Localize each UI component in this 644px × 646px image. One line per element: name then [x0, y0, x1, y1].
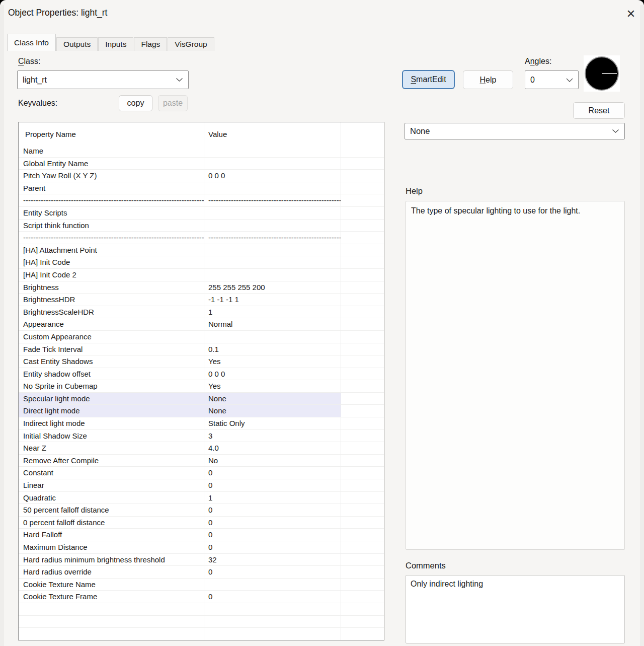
- table-cell-value: 255 255 255 200: [204, 281, 341, 294]
- table-row[interactable]: Constant0: [19, 467, 384, 479]
- copy-button[interactable]: copy: [119, 95, 152, 111]
- specular-mode-dropdown[interactable]: None: [405, 123, 625, 139]
- tab-class-info[interactable]: Class Info: [7, 34, 56, 51]
- table-cell-value: [204, 579, 341, 591]
- table-row[interactable]: Initial Shadow Size3: [19, 430, 384, 443]
- tab-inputs[interactable]: Inputs: [98, 37, 133, 51]
- table-cell-value: 0 0 0: [204, 368, 341, 380]
- angles-label: Angles:: [525, 57, 551, 66]
- table-cell-name: [19, 616, 204, 628]
- help-button[interactable]: Help: [463, 70, 513, 89]
- table-row[interactable]: Direct light modeNone: [19, 405, 384, 417]
- table-cell-extra: [341, 492, 384, 504]
- close-icon: ✕: [626, 8, 635, 21]
- table-cell-extra: [341, 145, 384, 157]
- table-row[interactable]: Parent: [19, 182, 384, 195]
- table-row[interactable]: [HA] Attachment Point: [19, 244, 384, 257]
- table-row[interactable]: Global Entity Name: [19, 158, 384, 170]
- table-row[interactable]: ----------------------------------------…: [19, 232, 384, 244]
- table-row[interactable]: Custom Appearance: [19, 331, 384, 343]
- table-row[interactable]: AppearanceNormal: [19, 318, 384, 331]
- table-cell-extra: [341, 566, 384, 578]
- table-cell-extra: [341, 170, 384, 182]
- table-row[interactable]: Brightness255 255 255 200: [19, 281, 384, 294]
- angles-dropdown[interactable]: 0: [525, 70, 579, 89]
- table-row[interactable]: No Sprite in CubemapYes: [19, 380, 384, 393]
- help-text-box: The type of specular lighting to use for…: [406, 201, 625, 550]
- table-row[interactable]: Fade Tick Interval0.1: [19, 343, 384, 356]
- table-cell-value: [204, 628, 341, 640]
- table-cell-value: 4.0: [204, 442, 341, 454]
- table-cell-name: Fade Tick Interval: [19, 343, 204, 355]
- table-row[interactable]: 0 percent falloff distance0: [19, 517, 384, 529]
- table-cell-extra: [341, 504, 384, 516]
- table-cell-name: Custom Appearance: [19, 331, 204, 343]
- class-label: Class:: [18, 57, 40, 66]
- tab-outputs[interactable]: Outputs: [56, 37, 98, 51]
- table-row[interactable]: Remove After CompileNo: [19, 455, 384, 467]
- table-row[interactable]: Hard radius minimum brightness threshold…: [19, 554, 384, 566]
- table-row[interactable]: Specular light modeNone: [19, 393, 384, 405]
- table-row[interactable]: [19, 628, 384, 640]
- table-row[interactable]: Hard radius override0: [19, 566, 384, 579]
- table-cell-value: [204, 603, 341, 615]
- table-cell-value: ----------------------------------------…: [204, 194, 341, 206]
- table-row[interactable]: Near Z4.0: [19, 442, 384, 455]
- table-cell-name: Specular light mode: [19, 393, 204, 405]
- table-row[interactable]: [19, 603, 384, 616]
- table-row[interactable]: Linear0: [19, 479, 384, 492]
- table-row[interactable]: [HA] Init Code 2: [19, 269, 384, 281]
- table-cell-name: Hard Falloff: [19, 529, 204, 541]
- table-row[interactable]: Cookie Texture Frame0: [19, 591, 384, 603]
- window-right-edge: [640, 5, 644, 646]
- table-cell-name: [HA] Init Code: [19, 256, 204, 268]
- table-cell-value: None: [204, 405, 341, 417]
- column-header-extra: [341, 122, 384, 145]
- close-button[interactable]: ✕: [623, 6, 639, 22]
- smartedit-button[interactable]: SmartEdit: [402, 70, 455, 89]
- table-cell-extra: [341, 517, 384, 529]
- window-left-edge: [0, 5, 4, 646]
- table-cell-extra: [341, 368, 384, 380]
- reset-button[interactable]: Reset: [573, 102, 625, 119]
- table-row[interactable]: Name: [19, 145, 384, 158]
- table-row[interactable]: Entity shadow offset0 0 0: [19, 368, 384, 381]
- table-cell-value: Normal: [204, 318, 341, 330]
- class-dropdown[interactable]: light_rt: [17, 70, 189, 89]
- table-cell-name: Appearance: [19, 318, 204, 330]
- table-cell-name: Remove After Compile: [19, 455, 204, 467]
- table-cell-extra: [341, 380, 384, 392]
- table-row[interactable]: Pitch Yaw Roll (X Y Z)0 0 0: [19, 170, 384, 182]
- table-row[interactable]: [19, 616, 384, 628]
- angle-dial-needle: [602, 73, 617, 74]
- table-row[interactable]: Indirect light modeStatic Only: [19, 417, 384, 430]
- table-row[interactable]: BrightnessHDR-1 -1 -1 1: [19, 294, 384, 306]
- table-row[interactable]: [HA] Init Code: [19, 256, 384, 269]
- table-row[interactable]: Hard Falloff0: [19, 529, 384, 541]
- table-row[interactable]: 50 percent falloff distance0: [19, 504, 384, 517]
- table-row[interactable]: BrightnessScaleHDR1: [19, 306, 384, 319]
- tab-bar: Class Info Outputs Inputs Flags VisGroup: [7, 33, 215, 51]
- paste-button[interactable]: paste: [158, 95, 188, 111]
- table-row[interactable]: Cast Entity ShadowsYes: [19, 355, 384, 368]
- table-row[interactable]: Quadratic1: [19, 492, 384, 505]
- table-row[interactable]: Maximum Distance0: [19, 541, 384, 554]
- table-cell-value: 1: [204, 306, 341, 318]
- tab-flags[interactable]: Flags: [134, 37, 167, 51]
- table-row[interactable]: ----------------------------------------…: [19, 194, 384, 207]
- angle-dial[interactable]: [584, 55, 620, 92]
- table-cell-value: -1 -1 -1 1: [204, 294, 341, 306]
- table-cell-value: [204, 145, 341, 157]
- tab-visgroup[interactable]: VisGroup: [168, 37, 214, 51]
- comments-textarea[interactable]: Only indirect lighting: [406, 575, 625, 643]
- table-cell-value: [204, 182, 341, 194]
- table-row[interactable]: Script think function: [19, 220, 384, 232]
- table-row[interactable]: Cookie Texture Name: [19, 579, 384, 591]
- table-cell-extra: [341, 579, 384, 591]
- table-cell-name: Entity shadow offset: [19, 368, 204, 380]
- table-cell-name: ----------------------------------------…: [19, 194, 204, 206]
- table-cell-value: [204, 269, 341, 281]
- class-dropdown-value: light_rt: [23, 76, 47, 85]
- table-cell-extra: [341, 343, 384, 355]
- table-row[interactable]: Entity Scripts: [19, 207, 384, 220]
